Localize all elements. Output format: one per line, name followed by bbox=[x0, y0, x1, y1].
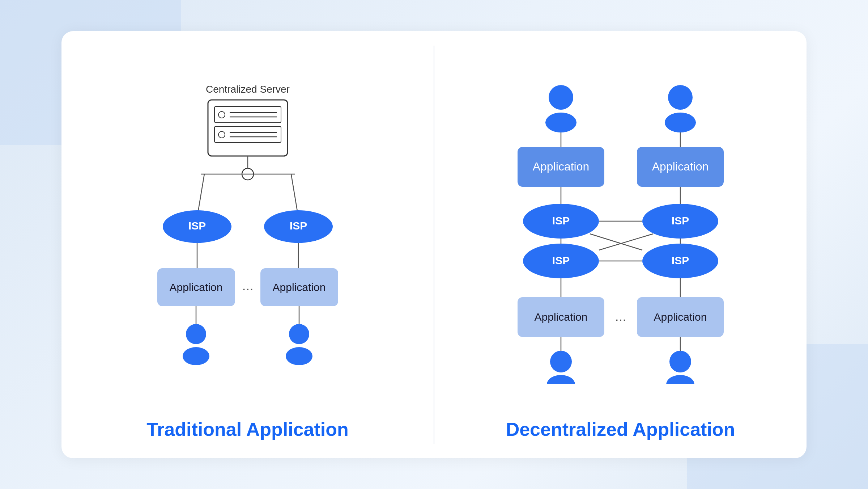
traditional-diagram: Centralized Server bbox=[76, 53, 419, 408]
svg-line-35 bbox=[590, 234, 642, 250]
svg-rect-22 bbox=[183, 347, 209, 365]
svg-line-36 bbox=[599, 234, 653, 250]
svg-text:Application: Application bbox=[654, 311, 707, 323]
svg-text:Application: Application bbox=[652, 160, 709, 173]
svg-text:Application: Application bbox=[169, 281, 222, 293]
svg-text:Centralized Server: Centralized Server bbox=[206, 84, 290, 95]
traditional-panel: Centralized Server bbox=[61, 31, 434, 458]
svg-text:Application: Application bbox=[532, 160, 589, 173]
decentralized-svg: Application Application ISP ISP bbox=[483, 76, 758, 384]
svg-rect-1 bbox=[214, 106, 281, 123]
svg-text:ISP: ISP bbox=[671, 215, 689, 227]
svg-rect-5 bbox=[214, 126, 281, 143]
svg-rect-49 bbox=[547, 375, 575, 384]
bottom-user-left bbox=[550, 351, 572, 372]
svg-rect-24 bbox=[545, 113, 576, 132]
bottom-user-right bbox=[669, 351, 691, 372]
main-card: Centralized Server bbox=[61, 31, 807, 458]
traditional-svg: Centralized Server bbox=[121, 76, 374, 384]
svg-text:ISP: ISP bbox=[289, 220, 307, 232]
svg-text:ISP: ISP bbox=[671, 254, 689, 266]
top-user-right bbox=[668, 85, 693, 110]
svg-rect-23 bbox=[286, 347, 312, 365]
svg-text:ISP: ISP bbox=[188, 220, 205, 232]
svg-text:ISP: ISP bbox=[552, 254, 569, 266]
svg-text:Application: Application bbox=[272, 281, 326, 293]
user-left bbox=[186, 324, 206, 344]
svg-rect-50 bbox=[666, 375, 694, 384]
svg-text:···: ··· bbox=[615, 312, 626, 327]
svg-text:Application: Application bbox=[534, 311, 587, 323]
decentralized-title: Decentralized Application bbox=[506, 408, 735, 440]
user-right bbox=[289, 324, 309, 344]
svg-rect-25 bbox=[665, 113, 696, 132]
decentralized-diagram: Application Application ISP ISP bbox=[449, 53, 792, 408]
top-user-left bbox=[549, 85, 573, 110]
svg-text:···: ··· bbox=[242, 281, 254, 296]
svg-text:ISP: ISP bbox=[552, 215, 569, 227]
traditional-title: Traditional Application bbox=[146, 408, 349, 440]
decentralized-panel: Application Application ISP ISP bbox=[434, 31, 807, 458]
